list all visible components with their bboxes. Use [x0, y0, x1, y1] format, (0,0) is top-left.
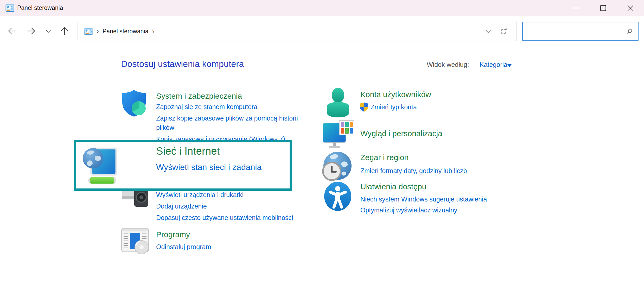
clock-region-icon[interactable]	[322, 152, 353, 183]
close-button[interactable]	[627, 4, 634, 12]
link-date-time-formats[interactable]: Zmień formaty daty, godziny lub liczb	[360, 166, 467, 175]
view-by-caret-icon[interactable]	[507, 64, 512, 67]
recent-pages-chevron-icon[interactable]	[45, 29, 52, 35]
uac-shield-icon	[360, 102, 368, 112]
ease-of-access-icon[interactable]	[323, 181, 352, 212]
category-ease-of-access[interactable]: Ułatwienia dostępu	[360, 182, 426, 191]
control-panel-icon	[5, 3, 15, 13]
link-add-device[interactable]: Dodaj urządzenie	[156, 201, 207, 211]
search-input[interactable]	[525, 23, 625, 40]
search-box	[522, 22, 639, 41]
control-panel-window: Panel sterowania	[0, 0, 644, 284]
appearance-personalization-icon[interactable]	[323, 120, 354, 152]
address-bar[interactable]: › Panel sterowania ›	[78, 22, 517, 41]
address-control-panel-icon	[84, 27, 93, 36]
page-title: Dostosuj ustawienia komputera	[121, 59, 244, 69]
breadcrumb-chevron-icon[interactable]: ›	[97, 28, 99, 35]
hardware-sound-links: Wyświetl urządzenia i drukarki Dodaj urz…	[156, 190, 293, 224]
link-windows-suggest-settings[interactable]: Niech system Windows sugeruje ustawienia	[360, 194, 487, 204]
category-system-security[interactable]: System i zabezpieczenia	[156, 92, 242, 100]
up-button[interactable]	[59, 26, 70, 37]
link-uninstall-program[interactable]: Odinstaluj program	[156, 242, 211, 251]
link-computer-status[interactable]: Zapoznaj się ze stanem komputera	[156, 102, 257, 111]
refresh-icon[interactable]	[499, 27, 508, 36]
link-network-status-tasks[interactable]: Wyświetl stan sieci i zadania	[156, 162, 262, 172]
link-devices-printers[interactable]: Wyświetl urządzenia i drukarki	[156, 190, 244, 199]
view-by-dropdown[interactable]: Kategoria	[480, 61, 507, 68]
address-dropdown-chevron-icon[interactable]	[485, 29, 492, 34]
forward-button[interactable]	[26, 26, 36, 37]
back-button[interactable]	[7, 26, 17, 37]
breadcrumb-chevron-icon[interactable]: ›	[152, 28, 154, 35]
user-accounts-icon[interactable]	[324, 87, 352, 119]
window-title: Panel sterowania	[17, 4, 63, 11]
maximize-button[interactable]	[600, 4, 607, 12]
link-mobility-settings[interactable]: Dopasuj często używane ustawienia mobiln…	[156, 213, 293, 222]
highlight-annotation: Sieć i Internet Wyświetl stan sieci i za…	[74, 140, 292, 191]
clock-region-links: Zmień formaty daty, godziny lub liczb	[360, 166, 467, 178]
system-security-links: Zapoznaj się ze stanem komputera Zapisz …	[156, 102, 308, 146]
category-programs[interactable]: Programy	[156, 230, 190, 239]
titlebar: Panel sterowania	[0, 0, 644, 16]
breadcrumb[interactable]: Panel sterowania	[103, 28, 148, 35]
minimize-button[interactable]	[573, 4, 580, 12]
link-optimize-visual-display[interactable]: Optymalizuj wyświetlacz wizualny	[360, 205, 457, 215]
view-by-label: Widok według:	[427, 61, 469, 68]
link-change-account-type[interactable]: Zmień typ konta	[371, 103, 417, 111]
search-icon[interactable]	[626, 28, 633, 37]
category-user-accounts[interactable]: Konta użytkowników	[360, 90, 431, 99]
category-network-internet[interactable]: Sieć i Internet	[156, 145, 220, 157]
system-security-icon[interactable]	[120, 89, 148, 118]
link-change-account-type-row[interactable]: Zmień typ konta	[360, 102, 417, 112]
category-appearance-personalization[interactable]: Wygląd i personalizacja	[360, 129, 442, 138]
network-internet-icon[interactable]	[82, 144, 119, 186]
programs-icon[interactable]	[121, 228, 150, 256]
category-clock-region[interactable]: Zegar i region	[360, 153, 409, 162]
ease-of-access-links: Niech system Windows sugeruje ustawienia…	[360, 194, 487, 217]
programs-links: Odinstaluj program	[156, 242, 211, 254]
link-file-history-backup[interactable]: Zapisz kopie zapasowe plików za pomocą h…	[156, 113, 308, 132]
